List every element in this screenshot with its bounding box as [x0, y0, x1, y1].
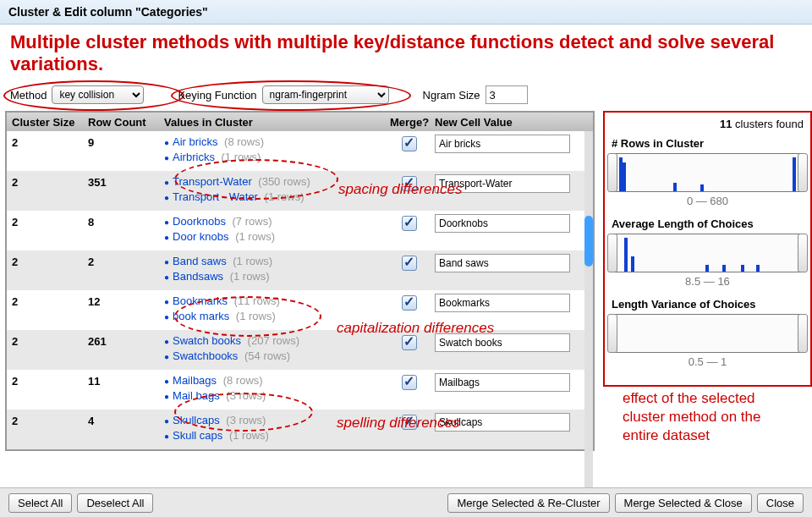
slider-handle-left[interactable] [607, 234, 617, 272]
table-row: 24●Skullcaps (3 rows)●Skull caps (1 rows… [7, 410, 593, 449]
value-item[interactable]: ●Air bricks (8 rows) [164, 135, 384, 150]
scrollbar[interactable] [584, 131, 593, 503]
merge-recluster-button[interactable]: Merge Selected & Re-Cluster [447, 493, 609, 513]
slider-handle-right[interactable] [798, 153, 808, 192]
cell-merge [384, 214, 435, 248]
merge-checkbox[interactable] [402, 176, 417, 191]
cell-new-value [435, 413, 587, 447]
value-item[interactable]: ●Swatch books (207 rows) [164, 333, 384, 349]
hist3-label: Length Variance of Choices [612, 298, 804, 311]
merge-checkbox[interactable] [402, 415, 417, 430]
cell-cluster-size: 2 [12, 373, 88, 407]
value-item[interactable]: ●Mailbags (8 rows) [164, 373, 384, 388]
keying-group: Keying Function ngram-fingerprint [178, 85, 388, 104]
cell-new-value [435, 214, 587, 248]
cell-new-value [435, 135, 587, 168]
close-button[interactable]: Close [757, 493, 804, 513]
scroll-thumb[interactable] [584, 216, 593, 267]
slider-handle-left[interactable] [607, 314, 617, 353]
value-item[interactable]: ●Transport - Water (1 rows) [164, 190, 384, 205]
value-item[interactable]: ●Band saws (1 rows) [164, 254, 384, 269]
new-value-input[interactable] [435, 333, 570, 352]
hist-rows-in-cluster: # Rows in Cluster 0 — 680 [612, 137, 804, 207]
col-header-merge[interactable]: Merge? [384, 116, 435, 129]
cell-row-count: 8 [88, 214, 164, 248]
cell-merge [384, 174, 435, 208]
new-value-input[interactable] [435, 135, 570, 153]
cell-merge [384, 294, 435, 327]
footer-bar: Select All Deselect All Merge Selected &… [0, 487, 812, 517]
table-body: 29●Air bricks (8 rows)●Airbricks (1 rows… [7, 131, 593, 449]
controls-row: Method key collision Keying Function ngr… [0, 84, 812, 111]
hist3-box[interactable] [612, 314, 804, 353]
hist1-box[interactable] [612, 153, 804, 192]
value-item[interactable]: ●Airbricks (1 rows) [164, 150, 384, 165]
value-item[interactable]: ●Door knobs (1 rows) [164, 229, 384, 245]
ngram-label: Ngram Size [423, 89, 480, 102]
value-item[interactable]: ●Transport-Water (350 rows) [164, 174, 384, 190]
new-value-input[interactable] [435, 373, 570, 392]
cell-row-count: 351 [88, 174, 164, 208]
cell-values: ●Doorknobs (7 rows)●Door knobs (1 rows) [164, 214, 384, 248]
col-header-count[interactable]: Row Count [88, 116, 164, 129]
value-item[interactable]: ●book marks (1 rows) [164, 309, 384, 324]
merge-checkbox[interactable] [402, 375, 417, 390]
cell-values: ●Bookmarks (11 rows)●book marks (1 rows) [164, 294, 384, 327]
merge-checkbox[interactable] [402, 216, 417, 231]
annotation-headline: Multiple cluster methods with multiple k… [0, 25, 812, 84]
hist2-label: Average Length of Choices [612, 217, 804, 230]
slider-handle-left[interactable] [607, 153, 617, 192]
hist1-label: # Rows in Cluster [612, 137, 804, 150]
merge-checkbox[interactable] [402, 256, 417, 271]
merge-checkbox[interactable] [402, 335, 417, 350]
cell-merge [384, 254, 435, 288]
select-all-button[interactable]: Select All [8, 493, 72, 513]
cell-values: ●Swatch books (207 rows)●Swatchbooks (54… [164, 333, 384, 367]
value-item[interactable]: ●Swatchbooks (54 rows) [164, 349, 384, 364]
value-item[interactable]: ●Doorknobs (7 rows) [164, 214, 384, 229]
table-row: 28●Doorknobs (7 rows)●Door knobs (1 rows… [7, 211, 593, 250]
cell-merge [384, 373, 435, 407]
cell-new-value [435, 254, 587, 288]
new-value-input[interactable] [435, 214, 570, 233]
method-group: Method key collision [10, 85, 144, 104]
hist2-box[interactable] [612, 234, 804, 272]
col-header-size[interactable]: Cluster Size [12, 116, 88, 129]
value-item[interactable]: ●Bookmarks (11 rows) [164, 294, 384, 309]
method-select[interactable]: key collision [52, 85, 144, 104]
ngram-input[interactable] [486, 85, 528, 104]
cell-merge [384, 413, 435, 447]
value-item[interactable]: ●Skull caps (1 rows) [164, 428, 384, 443]
cluster-table: Cluster Size Row Count Values in Cluster… [5, 111, 595, 451]
slider-handle-right[interactable] [798, 234, 808, 272]
new-value-input[interactable] [435, 254, 570, 272]
table-row: 22●Band saws (1 rows)●Bandsaws (1 rows) [7, 250, 593, 290]
cell-values: ●Transport-Water (350 rows)●Transport - … [164, 174, 384, 208]
hist2-range: 8.5 — 16 [612, 275, 804, 288]
merge-checkbox[interactable] [402, 295, 417, 311]
stats-panel: 11 clusters found # Rows in Cluster 0 — … [603, 111, 812, 387]
keying-select[interactable]: ngram-fingerprint [262, 85, 389, 104]
slider-handle-right[interactable] [798, 314, 808, 353]
value-item[interactable]: ●Bandsaws (1 rows) [164, 269, 384, 284]
value-item[interactable]: ●Skullcaps (3 rows) [164, 413, 384, 428]
cell-cluster-size: 2 [12, 254, 88, 288]
cell-cluster-size: 2 [12, 413, 88, 447]
merge-checkbox[interactable] [402, 136, 417, 151]
cell-values: ●Band saws (1 rows)●Bandsaws (1 rows) [164, 254, 384, 288]
method-label: Method [10, 89, 47, 102]
col-header-newval[interactable]: New Cell Value [435, 116, 587, 129]
table-row: 212●Bookmarks (11 rows)●book marks (1 ro… [7, 290, 593, 330]
deselect-all-button[interactable]: Deselect All [77, 493, 153, 513]
cell-row-count: 12 [88, 294, 164, 327]
cell-new-value [435, 333, 587, 367]
merge-close-button[interactable]: Merge Selected & Close [615, 493, 752, 513]
cell-cluster-size: 2 [12, 333, 88, 367]
col-header-values[interactable]: Values in Cluster [164, 116, 384, 129]
new-value-input[interactable] [435, 174, 570, 193]
new-value-input[interactable] [435, 294, 570, 312]
table-row: 29●Air bricks (8 rows)●Airbricks (1 rows… [7, 131, 593, 171]
new-value-input[interactable] [435, 413, 570, 432]
value-item[interactable]: ●Mail bags (3 rows) [164, 388, 384, 404]
table-row: 2351●Transport-Water (350 rows)●Transpor… [7, 171, 593, 211]
